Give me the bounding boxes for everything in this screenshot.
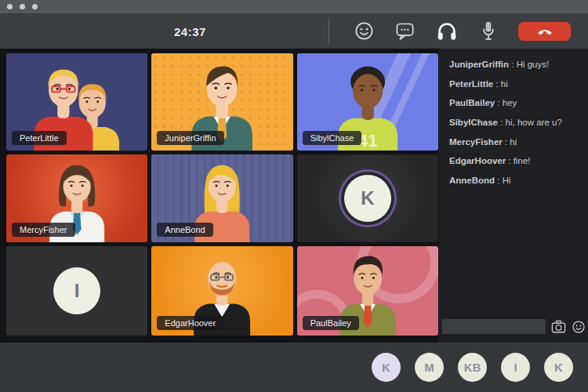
participant-name-label: PeterLittle	[12, 131, 67, 145]
camera-icon	[550, 319, 567, 334]
chat-author: PeterLittle	[449, 79, 493, 89]
chat-bubble-icon	[394, 20, 416, 42]
microphone-button[interactable]	[478, 20, 499, 43]
call-toolbar: 24:37	[0, 13, 588, 49]
chat-text: fine!	[514, 156, 531, 165]
chat-input-row	[442, 319, 586, 334]
participant-avatar[interactable]: M	[415, 353, 444, 382]
chat-message: SibylChase : hi, how are u?	[449, 118, 582, 128]
chat-message: EdgarHoover : fine!	[449, 156, 582, 166]
chat-input[interactable]	[442, 319, 546, 334]
video-grid: PeterLittleJuniperGriffin41SibylChaseMer…	[6, 53, 438, 336]
chat-separator: :	[493, 79, 501, 89]
chat-text: Hi	[503, 176, 511, 185]
headphones-icon	[435, 20, 459, 43]
participant-avatar[interactable]: I	[501, 353, 530, 382]
participant-name-label: EdgarHoover	[157, 316, 223, 330]
chat-author: EdgarHoover	[449, 156, 506, 165]
video-tile-K[interactable]: K	[297, 154, 438, 242]
initial-avatar: I	[53, 267, 100, 314]
video-tile-PeterLittle[interactable]: PeterLittle	[6, 53, 147, 151]
chat-message-list: JuniperGriffin : Hi guys!PeterLittle : h…	[439, 49, 588, 185]
participant-name-label: JuniperGriffin	[157, 131, 223, 145]
participant-avatar[interactable]: K	[544, 353, 573, 382]
window-control-dot[interactable]	[20, 4, 25, 9]
hangup-button[interactable]	[518, 22, 571, 41]
reactions-button[interactable]	[354, 20, 375, 42]
participants-bar: KMKBIK	[0, 343, 588, 392]
video-tile-I[interactable]: I	[6, 246, 147, 336]
participant-avatar[interactable]: KB	[458, 353, 487, 382]
window-control-dot[interactable]	[7, 4, 13, 9]
smiley-icon	[572, 320, 586, 334]
chat-separator: :	[495, 98, 503, 107]
chat-message: MercyFisher : hi	[449, 137, 582, 147]
window-titlebar	[0, 0, 588, 13]
participant-name-label: PaulBailey	[303, 316, 359, 330]
participant-avatar[interactable]: K	[372, 353, 401, 382]
chat-author: PaulBailey	[449, 98, 495, 107]
chat-message: PeterLittle : hi	[449, 79, 582, 89]
screenshot-button[interactable]	[550, 319, 567, 334]
chat-author: AnneBond	[449, 176, 495, 185]
hangup-phone-icon	[533, 23, 557, 40]
chat-text: hi	[501, 79, 508, 89]
chat-separator: :	[503, 137, 510, 147]
chat-button[interactable]	[394, 20, 416, 42]
microphone-icon	[478, 20, 499, 43]
chat-message: PaulBailey : hey	[449, 98, 582, 108]
chat-author: SibylChase	[449, 118, 498, 127]
chat-author: JuniperGriffin	[449, 60, 509, 69]
chat-separator: :	[506, 156, 514, 165]
toolbar-actions	[328, 13, 571, 49]
chat-separator: :	[495, 176, 503, 185]
chat-message: AnneBond : Hi	[449, 176, 582, 186]
chat-text: hey	[503, 98, 517, 107]
chat-separator: :	[509, 60, 517, 69]
emoji-insert-button[interactable]	[572, 320, 586, 334]
participant-name-label: SibylChase	[303, 131, 362, 145]
participant-name-label: MercyFisher	[12, 223, 75, 237]
chat-panel: JuniperGriffin : Hi guys!PeterLittle : h…	[439, 49, 588, 343]
call-timer: 24:37	[174, 24, 206, 38]
smiley-icon	[354, 20, 375, 42]
window-control-dot[interactable]	[32, 4, 38, 9]
video-tile-AnneBond[interactable]: AnneBond	[151, 154, 292, 242]
chat-author: MercyFisher	[449, 137, 503, 147]
video-tile-MercyFisher[interactable]: MercyFisher	[6, 154, 147, 242]
chat-text: Hi guys!	[517, 60, 550, 69]
audio-button[interactable]	[435, 20, 459, 43]
toolbar-divider	[328, 19, 329, 44]
video-tile-PaulBailey[interactable]: PaulBailey	[297, 246, 438, 336]
video-call-window: 24:37	[0, 0, 588, 392]
initial-avatar: K	[344, 175, 391, 222]
chat-text: hi, how are u?	[506, 118, 562, 127]
video-tile-EdgarHoover[interactable]: EdgarHoover	[151, 246, 292, 336]
chat-text: hi	[510, 137, 517, 147]
participant-name-label: AnneBond	[157, 223, 212, 237]
video-tile-SibylChase[interactable]: 41SibylChase	[297, 53, 438, 151]
chat-separator: :	[498, 118, 506, 127]
chat-message: JuniperGriffin : Hi guys!	[449, 60, 582, 70]
video-tile-JuniperGriffin[interactable]: JuniperGriffin	[151, 53, 292, 151]
